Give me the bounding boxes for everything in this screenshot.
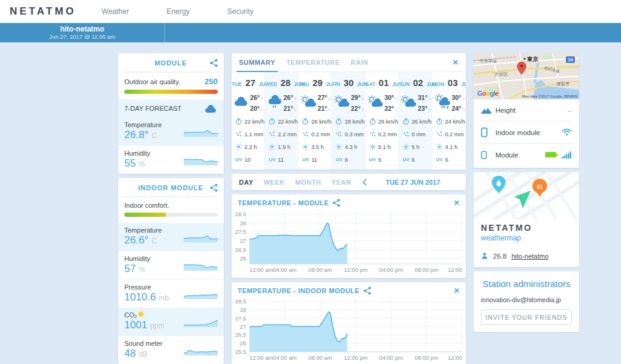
- weathermap-preview[interactable]: 21: [474, 172, 579, 219]
- day-of-week: FRI: [332, 81, 340, 87]
- svg-text:27.5: 27.5: [235, 316, 246, 322]
- share-icon[interactable]: [210, 184, 218, 192]
- nav-weather[interactable]: Weather: [97, 7, 134, 16]
- day-number: 02: [413, 78, 423, 88]
- forecast-tabs: SUMMARY TEMPERATURE RAIN ✕: [232, 53, 466, 72]
- metric-sparkline: [184, 260, 218, 271]
- svg-text:12:00 am: 12:00 am: [249, 355, 273, 361]
- indoor-card-title: INDOOR MODULE: [124, 184, 210, 191]
- day-of-week: WED: [265, 81, 277, 87]
- metric-row[interactable]: CO₂ 1001 ppm: [118, 308, 224, 336]
- rain-stat: 0.3 mm: [332, 128, 364, 141]
- map-label-tokyo: 東京: [526, 56, 539, 62]
- share-icon[interactable]: [210, 59, 218, 67]
- tab-temperature[interactable]: TEMPERATURE: [286, 53, 340, 71]
- dotted-divider: [124, 71, 218, 73]
- metric-row[interactable]: Sound meter 48 dB: [118, 336, 224, 364]
- forecast-day-column[interactable]: MON 03 JUL 30° c 24° c 24 km/h 0.2 mm 4.…: [432, 72, 466, 170]
- nav-security[interactable]: Security: [223, 7, 258, 16]
- forecast-label: 7-DAY FORECAST: [124, 105, 181, 112]
- uv-stat: UV 6: [332, 153, 364, 166]
- period-day[interactable]: DAY: [239, 179, 253, 186]
- metric-value: 1001 ppm: [124, 319, 164, 331]
- station-bar: hito-netatmo Jun 27, 2017 @ 11:05 am: [0, 23, 621, 42]
- netatmo-logo[interactable]: NETATMO: [10, 5, 76, 18]
- forecast-day-column[interactable]: FRI 30 JUN 29° c 22° c 28 km/h 0.3 mm 4.…: [332, 72, 365, 170]
- weather-icon: [434, 93, 451, 111]
- metric-row[interactable]: Pressure 1010.6 mb: [118, 279, 224, 308]
- right-column: 中央本線 東京 総武本線 渋谷区 浦安市 14 Map data ©2017 G…: [474, 53, 579, 336]
- weather-icon: [233, 96, 249, 110]
- temperature-module-chart[interactable]: 2626.52727.52828.512:00 am04:00 am08:00 …: [232, 207, 466, 278]
- admins-title: Station administrators: [481, 279, 572, 289]
- svg-text:12:00 pm: 12:00 pm: [344, 355, 368, 361]
- svg-text:12:00 am: 12:00 am: [249, 267, 273, 273]
- forecast-day-column[interactable]: SAT 01 JUL 30° c 22° c 26 km/h 0.2 mm 5.…: [366, 72, 399, 170]
- forecast-day-column[interactable]: SUN 02 JUL 31° c 23° c 26 km/h 0 mm 5 h …: [399, 72, 432, 170]
- weathermap-brand: NETATMO: [481, 223, 572, 233]
- metric-row[interactable]: Temperature 26.6° C: [118, 223, 224, 251]
- weathermap-card: 21 NETATMO weathermap 26.8 hito-netatmo: [474, 172, 579, 267]
- invite-friends-button[interactable]: INVITE YOUR FRIENDS: [481, 309, 572, 325]
- nav-energy[interactable]: Energy: [162, 7, 195, 16]
- indoor-module-icon: [481, 127, 488, 137]
- metric-row[interactable]: Humidity 55 %: [118, 145, 224, 174]
- sunshine-stat: 3.5 h: [298, 141, 331, 153]
- rain-stat: 0.2 mm: [432, 128, 466, 141]
- module-icon: [481, 151, 487, 159]
- period-month[interactable]: MONTH: [295, 179, 321, 186]
- weather-icon: [300, 94, 317, 110]
- forecast-day-column[interactable]: TUE 27 JUN 26° c 20° c 22 km/h 1.1 mm 2.…: [232, 72, 265, 170]
- uv-label: UV: [235, 157, 242, 162]
- station-date: Jun 27, 2017 @ 11:05 am: [0, 33, 164, 40]
- svg-text:08:00 pm: 08:00 pm: [415, 355, 438, 361]
- tab-summary[interactable]: SUMMARY: [239, 53, 275, 71]
- dotted-divider: [124, 196, 218, 197]
- day-of-week: THU: [298, 81, 309, 87]
- air-quality-label: Outdoor air quality.: [124, 78, 180, 85]
- selected-date[interactable]: TUE 27 JUN 2017: [368, 179, 458, 186]
- svg-text:26: 26: [240, 340, 246, 346]
- rain-stat: 2.2 mm: [265, 128, 298, 141]
- svg-text:28.5: 28.5: [235, 299, 246, 305]
- uv-stat: UV 10: [232, 153, 264, 166]
- forecast-day-column[interactable]: THU 29 JUN 27° c 21° c 26 km/h 0.2 mm 3.…: [298, 72, 332, 170]
- person-icon: [481, 252, 488, 260]
- metric-row[interactable]: Humidity 57 %: [118, 251, 224, 279]
- metric-value: 57 %: [124, 263, 150, 275]
- chevron-left-icon[interactable]: [361, 178, 367, 187]
- close-icon[interactable]: ✕: [454, 286, 460, 295]
- share-icon[interactable]: [332, 199, 340, 207]
- close-icon[interactable]: ✕: [454, 199, 460, 207]
- metric-value: 26.8° C: [124, 129, 162, 141]
- seven-day-forecast-row[interactable]: 7-DAY FORECAST: [118, 99, 224, 117]
- module-card: MODULE Outdoor air quality. 250 7-DAY FO…: [118, 53, 224, 174]
- day-header: MON 03 JUL: [432, 78, 466, 88]
- close-icon[interactable]: ✕: [452, 58, 458, 67]
- tab-rain[interactable]: RAIN: [351, 53, 368, 71]
- share-icon[interactable]: [363, 286, 371, 295]
- wind-stat: 26 km/h: [298, 115, 331, 128]
- day-number: 03: [448, 78, 458, 88]
- day-number: 30: [344, 78, 354, 88]
- location-map[interactable]: 中央本線 東京 総武本線 渋谷区 浦安市 14 Map data ©2017 G…: [474, 53, 579, 99]
- rain-stat: 1.1 mm: [232, 128, 264, 141]
- low-temperature: 22° c: [351, 105, 364, 112]
- height-label: Height: [495, 107, 515, 114]
- station-tab[interactable]: hito-netatmo Jun 27, 2017 @ 11:05 am: [0, 23, 165, 42]
- period-week[interactable]: WEEK: [264, 179, 285, 186]
- cloud-icon: [203, 104, 218, 113]
- sun-icon: [403, 144, 409, 150]
- wind-gauge-icon: [269, 118, 275, 125]
- weathermap-link[interactable]: weathermap: [481, 234, 572, 242]
- top-navbar: NETATMO Weather Energy Security: [0, 0, 621, 23]
- signal-bars-icon: [562, 151, 572, 159]
- metric-row[interactable]: Temperature 26.8° C: [118, 117, 224, 145]
- station-map-link[interactable]: hito-netatmo: [511, 253, 548, 260]
- temperature-indoor-chart[interactable]: 25.52626.52727.52828.512:00 am04:00 am08…: [232, 295, 466, 364]
- rain-stat: 0 mm: [399, 128, 432, 141]
- svg-text:12:00 pm: 12:00 pm: [344, 267, 368, 273]
- period-year[interactable]: YEAR: [332, 179, 352, 186]
- forecast-day-column[interactable]: WED 28 JUN 26° c 21° c 22 km/h 2.2 mm 1.…: [265, 72, 298, 170]
- chart-title: TEMPERATURE - MODULE: [238, 199, 329, 207]
